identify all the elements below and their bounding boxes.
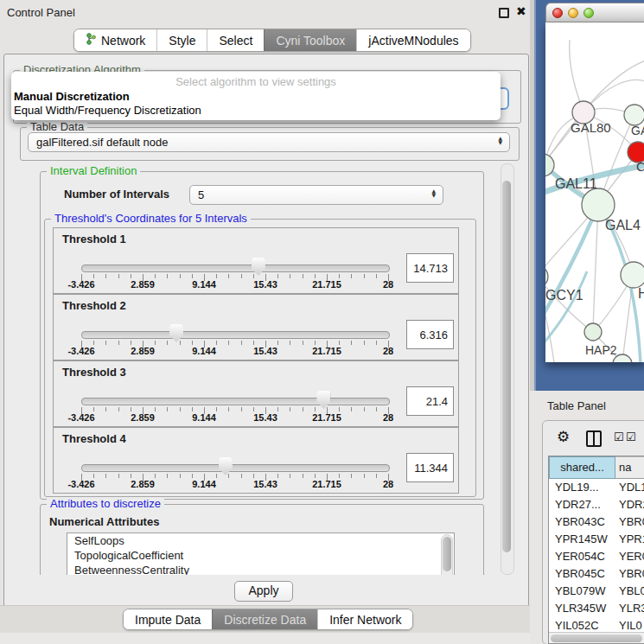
panel-scrollbar[interactable] — [501, 163, 514, 575]
attribute-list[interactable]: SelfLoopsTopologicalCoefficientBetweenne… — [67, 532, 455, 575]
table-row[interactable]: YPR145WYPR1 — [549, 531, 644, 548]
cell-name[interactable]: YBR0 — [615, 565, 644, 583]
tab-label: jActiveMNodules — [368, 34, 458, 48]
slider-thumb[interactable] — [316, 391, 330, 409]
number-of-intervals-spinner[interactable]: 5 ▲▼ — [189, 185, 443, 205]
table-row[interactable]: YBR043CYBR0 — [549, 513, 644, 531]
tab-impute-data[interactable]: Impute Data — [124, 609, 212, 629]
threshold-value-field[interactable]: 14.713 — [406, 253, 454, 283]
network-edge-highlight[interactable] — [545, 271, 587, 353]
network-edge[interactable] — [545, 277, 593, 332]
cell-name[interactable]: YPR1 — [615, 531, 644, 548]
network-canvas[interactable]: GAL80GACGAL11GAL4GCY1HHAP2 — [545, 22, 644, 362]
close-icon[interactable]: ✖ — [516, 4, 526, 18]
scrollbar-thumb[interactable] — [551, 634, 642, 642]
network-node[interactable] — [624, 105, 644, 125]
list-scrollbar[interactable] — [441, 534, 453, 575]
checkbox-icon[interactable]: ☑ — [626, 430, 636, 443]
cell-shared-name[interactable]: YDR27... — [549, 496, 615, 513]
algorithm-option-manual-discretization[interactable]: Manual Discretization — [14, 90, 498, 103]
tab-style[interactable]: Style — [156, 29, 207, 51]
gear-icon[interactable]: ⚙ — [557, 428, 570, 445]
close-traffic-light[interactable] — [552, 8, 563, 18]
node-label-gal4: GAL4 — [605, 218, 641, 233]
table-row[interactable]: YER054CYER0 — [549, 548, 644, 565]
attribute-item-betweennesscentrality[interactable]: BetweennessCentrality — [67, 563, 454, 575]
slider-tick — [303, 407, 303, 411]
threshold-value-field[interactable]: 21.4 — [406, 386, 454, 416]
threshold-panel-3: Threshold 3-3.4262.8599.14415.4321.71528… — [53, 360, 459, 427]
float-window-icon[interactable] — [499, 8, 509, 18]
cell-name[interactable]: YLR3 — [615, 600, 644, 617]
slider-tick — [180, 407, 181, 411]
table-row[interactable]: YBR045CYBR0 — [549, 565, 644, 583]
horizontal-scrollbar[interactable] — [549, 632, 644, 644]
network-node[interactable] — [545, 265, 548, 288]
table-row[interactable]: YLR345WYLR3 — [549, 600, 644, 617]
table-data-select[interactable]: galFiltered.sif default node ▲▼ — [28, 132, 510, 152]
slider-tick — [277, 274, 278, 278]
attribute-item-topologicalcoefficient[interactable]: TopologicalCoefficient — [67, 548, 454, 563]
minimize-traffic-light[interactable] — [568, 8, 578, 18]
tab-network[interactable]: Network — [74, 29, 156, 51]
slider-tick — [290, 274, 290, 278]
cell-shared-name[interactable]: YER054C — [549, 548, 615, 565]
tick-label: 2.859 — [112, 412, 173, 423]
cell-shared-name[interactable]: YBR043C — [549, 513, 615, 531]
table-row[interactable]: YBL079WYBL0 — [549, 583, 644, 600]
checkbox-icon[interactable]: ☑ — [614, 430, 624, 443]
tab-infer-network[interactable]: Infer Network — [317, 609, 412, 629]
slider-tick — [364, 407, 365, 411]
node-label-gcy1: GCY1 — [545, 288, 583, 303]
cell-shared-name[interactable]: YLR345W — [549, 600, 615, 617]
network-edge[interactable] — [593, 205, 598, 332]
cell-name[interactable]: YBL0 — [615, 583, 644, 600]
network-node[interactable] — [584, 323, 602, 341]
slider-tick — [192, 474, 193, 478]
apply-button[interactable]: Apply — [234, 581, 293, 602]
tab-jactivemnodules[interactable]: jActiveMNodules — [356, 29, 469, 51]
cell-name[interactable]: YDR2 — [615, 496, 644, 513]
zoom-traffic-light[interactable] — [583, 8, 594, 18]
column-header-name[interactable]: na — [615, 456, 644, 479]
scrollbar-thumb[interactable] — [443, 537, 451, 571]
cell-shared-name[interactable]: YBR045C — [549, 565, 615, 583]
algorithm-option-equal-width-frequency-discretization[interactable]: Equal Width/Frequency Discretization — [14, 104, 498, 117]
slider-tick — [253, 274, 254, 278]
threshold-value-field[interactable]: 6.316 — [406, 320, 454, 349]
network-window-titlebar[interactable] — [545, 3, 644, 22]
slider-track[interactable] — [81, 464, 390, 472]
numerical-attributes-label: Numerical Attributes — [49, 515, 159, 528]
cell-shared-name[interactable]: YDL19... — [549, 479, 615, 496]
table-panel: ⚙ ☑ ☑ shared... na YDL19...YDL1YDR27...Y… — [542, 420, 644, 644]
slider-tick — [155, 407, 156, 411]
slider-tick — [93, 341, 94, 345]
table-row[interactable]: YDR27...YDR2 — [549, 496, 644, 513]
slider-thumb[interactable] — [252, 258, 265, 276]
table-row[interactable]: YDL19...YDL1 — [549, 479, 644, 496]
cell-name[interactable]: YDL1 — [615, 479, 644, 496]
slider-thumb[interactable] — [219, 457, 233, 475]
attribute-item-selfloops[interactable]: SelfLoops — [67, 533, 454, 548]
column-header-shared-name[interactable]: shared... — [549, 456, 615, 479]
tab-discretize-data[interactable]: Discretize Data — [212, 609, 317, 629]
tab-cyni-toolbox[interactable]: Cyni Toolbox — [264, 29, 356, 51]
cell-name[interactable]: YBR0 — [615, 513, 644, 531]
network-edge-highlight[interactable] — [545, 205, 598, 325]
tick-label: 15.43 — [235, 479, 296, 489]
slider-thumb[interactable] — [169, 324, 183, 342]
slider-track[interactable] — [81, 331, 390, 339]
scrollbar-thumb[interactable] — [502, 181, 511, 552]
slider-tick — [241, 407, 242, 411]
slider-track[interactable] — [81, 398, 390, 405]
threshold-value-field[interactable]: 11.344 — [406, 453, 454, 482]
network-node[interactable] — [621, 262, 644, 288]
slider-track[interactable] — [81, 265, 390, 272]
network-node[interactable] — [582, 188, 615, 221]
cell-name[interactable]: YER0 — [615, 548, 644, 565]
cell-shared-name[interactable]: YPR145W — [549, 531, 615, 548]
tab-select[interactable]: Select — [207, 29, 264, 51]
split-columns-icon[interactable] — [586, 430, 602, 447]
settings-scroll-area: Interval Definition Number of Intervals … — [27, 162, 515, 575]
cell-shared-name[interactable]: YBL079W — [549, 583, 615, 600]
